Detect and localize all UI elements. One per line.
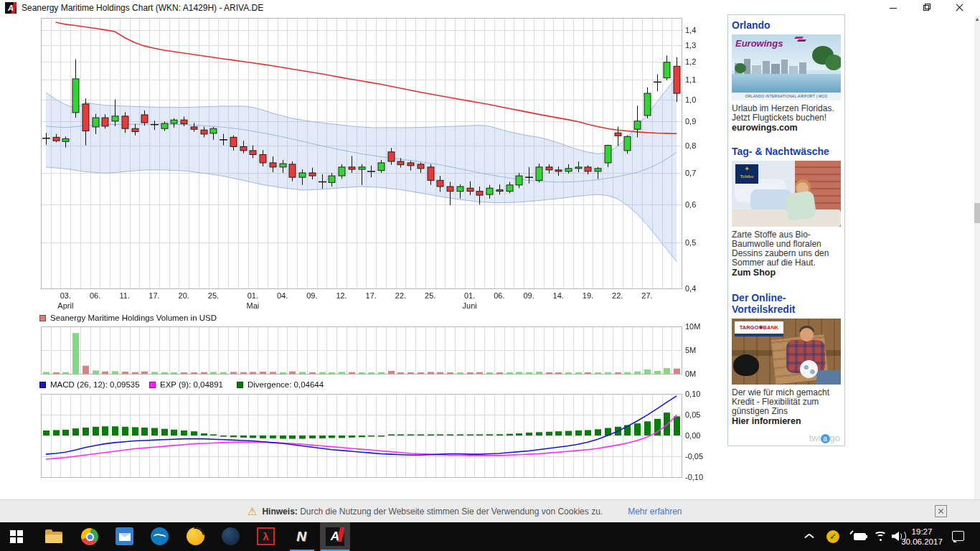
ad-image-kredit[interactable]: TARGO✱BANK	[732, 319, 841, 385]
volume-legend-swatch	[39, 315, 46, 321]
divergence-swatch	[237, 382, 243, 388]
window-title: Seanergy Maritime Holdings Chart (WKN: A…	[22, 3, 263, 13]
file-explorer-icon[interactable]	[44, 527, 63, 546]
ad-targobank[interactable]: Der Online-Vorteilskredit TARGO✱BANK Der…	[728, 288, 844, 426]
ad-title[interactable]: Orlando	[732, 19, 841, 31]
n-app-icon[interactable]: N	[292, 527, 311, 546]
macd-swatch	[39, 382, 46, 388]
window-titlebar: A Seanergy Maritime Holdings Chart (WKN:…	[0, 0, 980, 16]
ariva-app-active[interactable]: A	[320, 522, 350, 551]
ad-cta-link[interactable]: eurowings.com	[732, 123, 841, 133]
ad-orlando[interactable]: Orlando Eurowings ORLANDO INTERNATIONAL …	[728, 15, 844, 133]
grill	[733, 354, 759, 376]
battery-icon[interactable]	[851, 522, 870, 551]
twiago-watermark: twiago	[809, 433, 840, 443]
ad-column: Orlando Eurowings ORLANDO INTERNATIONAL …	[727, 14, 845, 446]
windows-taskbar: ✓ λ N A ✓ 19:27 30.06.2017	[0, 522, 980, 551]
scrollbar-thumb[interactable]	[974, 203, 980, 223]
mail-icon[interactable]	[116, 527, 134, 546]
page-scrollbar[interactable]: ▲ ▼	[974, 16, 980, 522]
ad-tchibo[interactable]: Tag- & Nachtwäsche Tchibo Zarte Stoffe a…	[728, 141, 844, 278]
ariva-favicon: A	[5, 2, 17, 14]
steam-icon[interactable]	[222, 527, 240, 546]
ad-title[interactable]: Tag- & Nachtwäsche	[732, 146, 841, 157]
restore-button[interactable]	[910, 0, 943, 16]
acrobat-reader-icon[interactable]: λ	[257, 527, 275, 545]
ad-cta-link[interactable]: Zum Shop	[732, 268, 841, 278]
soccer-ball	[800, 360, 818, 378]
minimize-button[interactable]	[877, 0, 910, 16]
cookie-close-button[interactable]	[935, 505, 947, 517]
macd-legend-macd: MACD (26, 12): 0,09535	[39, 380, 140, 389]
volume-legend: Seanergy Maritime Holdings Volumen in US…	[39, 314, 217, 322]
tray-chevron-icon[interactable]	[804, 522, 815, 551]
cookie-notice-bar: ⚠ Hinweis: Durch die Nutzung der Webseit…	[0, 499, 980, 522]
exp-swatch	[149, 382, 156, 388]
macd-legend-divergence: Divergence: 0,04644	[237, 380, 324, 389]
norton-icon[interactable]: ✓	[187, 527, 205, 546]
targobank-logo: TARGO✱BANK	[735, 321, 783, 334]
clock-time: 19:27	[900, 527, 943, 537]
wifi-icon[interactable]	[872, 522, 890, 551]
tchibo-logo: Tchibo	[735, 164, 758, 184]
ad-image-caption: ORLANDO INTERNATIONAL AIRPORT | MCO	[732, 93, 841, 100]
chrome-icon[interactable]	[80, 527, 99, 546]
scroll-up-arrow[interactable]: ▲	[974, 16, 980, 23]
action-center-icon[interactable]	[952, 531, 964, 541]
ad-cta-link[interactable]: Hier informieren	[732, 416, 841, 426]
eurowings-logo: Eurowings	[735, 38, 783, 49]
ad-image-orlando[interactable]: Eurowings ORLANDO INTERNATIONAL AIRPORT …	[732, 34, 841, 100]
start-button[interactable]	[10, 527, 29, 546]
ad-title[interactable]: Der Online-Vorteilskredit	[732, 292, 841, 315]
tray-norton-icon[interactable]: ✓	[826, 530, 839, 551]
cookie-more-link[interactable]: Mehr erfahren	[628, 507, 682, 517]
macd-legend-exp: EXP (9): 0,04891	[149, 380, 223, 389]
openoffice-icon[interactable]	[151, 527, 169, 546]
stock-chart-canvas	[0, 16, 725, 482]
taskbar-clock[interactable]: 19:27 30.06.2017	[900, 527, 943, 547]
ad-image-nachtwaesche[interactable]: Tchibo	[732, 161, 841, 227]
close-button[interactable]	[943, 0, 976, 16]
warning-icon: ⚠	[248, 505, 257, 518]
clock-date: 30.06.2017	[900, 537, 943, 547]
